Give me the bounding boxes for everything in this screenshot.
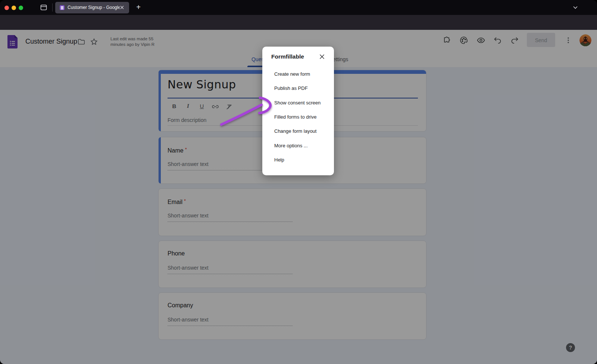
- browser-tab[interactable]: Customer Signup - Google Form: [55, 2, 129, 13]
- menu-item-filled-forms-to-drive[interactable]: Filled forms to drive: [274, 114, 316, 121]
- window-zoom-button[interactable]: [19, 6, 23, 10]
- dialog-title: Formfillable: [271, 53, 304, 60]
- menu-item-more-options[interactable]: More options ...: [274, 143, 308, 150]
- menu-item-publish-as-pdf[interactable]: Publish as PDF: [274, 85, 308, 92]
- menu-item-change-form-layout[interactable]: Change form layout: [274, 128, 316, 135]
- tab-title: Customer Signup - Google Form: [68, 2, 120, 13]
- formfillable-dialog: Formfillable Create new form Publish as …: [262, 47, 334, 175]
- firefox-view-icon[interactable]: [40, 4, 47, 11]
- menu-item-show-consent-screen[interactable]: Show consent screen: [274, 100, 321, 107]
- menu-item-help[interactable]: Help: [274, 157, 284, 164]
- divider: [52, 3, 53, 12]
- navigation-toolbar: https://docs.google.com/forms/d/1g2rtGjU…: [0, 15, 597, 30]
- window-minimize-button[interactable]: [12, 6, 16, 10]
- browser-window: Customer Signup - Google Form +: [0, 0, 597, 364]
- window-close-button[interactable]: [4, 6, 9, 10]
- google-forms-favicon: [60, 5, 65, 10]
- tab-list-chevron-icon[interactable]: [572, 5, 578, 10]
- close-icon[interactable]: [319, 54, 325, 60]
- tab-close-icon[interactable]: [119, 5, 125, 10]
- menu-item-create-new-form[interactable]: Create new form: [274, 71, 310, 78]
- new-tab-button[interactable]: +: [134, 1, 143, 13]
- tab-strip: Customer Signup - Google Form +: [0, 0, 597, 15]
